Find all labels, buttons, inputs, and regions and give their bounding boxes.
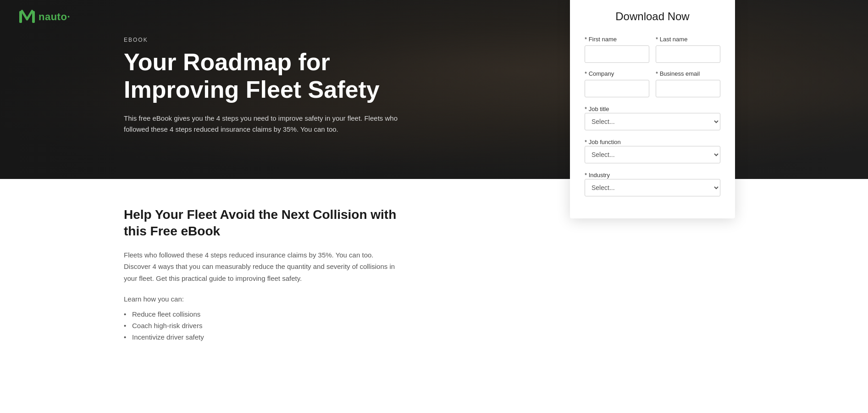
industry-select[interactable]: Select... Transportation Logistics Const…	[585, 179, 720, 196]
job-function-group: * Job function Select... Operations Safe…	[585, 138, 720, 163]
business-email-group: * Business email	[656, 70, 720, 97]
job-title-group: * Job title Select... C-Level VP Directo…	[585, 105, 720, 130]
content-area: Help Your Fleet Avoid the Next Collision…	[0, 179, 436, 370]
last-name-label: * Last name	[656, 36, 720, 43]
svg-rect-0	[19, 11, 22, 23]
company-input[interactable]	[585, 80, 649, 97]
download-form-panel: Download Now * First name * Last name * …	[570, 0, 735, 218]
svg-rect-1	[32, 11, 35, 23]
company-email-row: * Company * Business email	[585, 70, 720, 97]
last-name-group: * Last name	[656, 36, 720, 63]
content-heading: Help Your Fleet Avoid the Next Collision…	[124, 206, 417, 240]
job-function-label: * Job function	[585, 139, 621, 145]
company-label: * Company	[585, 70, 649, 77]
business-email-input[interactable]	[656, 80, 720, 97]
job-function-select[interactable]: Select... Operations Safety Fleet Manage…	[585, 146, 720, 163]
nauto-logo-icon	[18, 8, 36, 26]
bullet-list: Reduce fleet collisions Coach high-risk …	[124, 308, 417, 343]
hero-title: Your Roadmap for Improving Fleet Safety	[124, 49, 408, 104]
first-name-label: * First name	[585, 36, 649, 43]
main-layout: Help Your Fleet Avoid the Next Collision…	[0, 179, 868, 370]
content-paragraph: Fleets who followed these 4 steps reduce…	[124, 249, 399, 285]
hero-description: This free eBook gives you the 4 steps yo…	[124, 113, 399, 135]
list-item: Reduce fleet collisions	[124, 308, 417, 320]
first-name-group: * First name	[585, 36, 649, 63]
logo-text: nauto·	[39, 11, 70, 23]
job-title-label: * Job title	[585, 106, 609, 112]
company-group: * Company	[585, 70, 649, 97]
job-title-select[interactable]: Select... C-Level VP Director Manager In…	[585, 113, 720, 130]
industry-label: * Industry	[585, 172, 610, 179]
list-item: Coach high-risk drivers	[124, 320, 417, 331]
name-row: * First name * Last name	[585, 36, 720, 63]
form-title: Download Now	[585, 10, 720, 23]
list-item: Incentivize driver safety	[124, 331, 417, 343]
header: nauto·	[0, 0, 868, 34]
business-email-label: * Business email	[656, 70, 720, 77]
last-name-input[interactable]	[656, 45, 720, 63]
hero-eyebrow: EBOOK	[124, 37, 417, 43]
industry-group: * Industry Select... Transportation Logi…	[585, 171, 720, 196]
learn-label: Learn how you can:	[124, 295, 417, 303]
page-wrapper: nauto· EBOOK Your Roadmap for Improving …	[0, 0, 868, 370]
first-name-input[interactable]	[585, 45, 649, 63]
